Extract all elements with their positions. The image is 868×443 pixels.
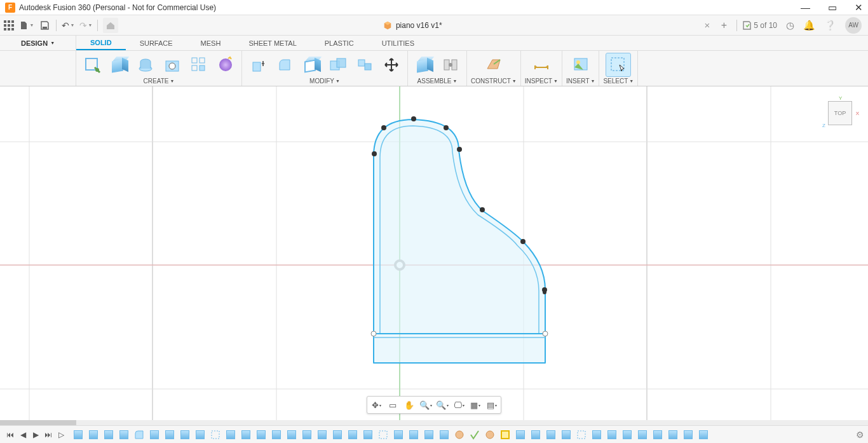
- close-tab-button[interactable]: ×: [705, 20, 710, 31]
- help-icon[interactable]: ❔: [824, 20, 836, 31]
- view-cube[interactable]: TOP Y X Z: [821, 94, 859, 132]
- svg-rect-0: [4, 20, 6, 23]
- select-tool[interactable]: [606, 53, 630, 76]
- ribbon-tab-solid[interactable]: SOLID: [76, 36, 126, 50]
- revolve-tool[interactable]: [133, 53, 158, 76]
- ribbon-tab-sheet-metal[interactable]: SHEET METAL: [234, 36, 310, 50]
- combine-tool[interactable]: [326, 53, 350, 76]
- save-button[interactable]: [36, 17, 53, 34]
- pattern-tool[interactable]: [187, 53, 211, 76]
- svg-rect-26: [452, 60, 457, 70]
- new-tab-button[interactable]: +: [716, 18, 731, 33]
- sketch-piano-keys-rect[interactable]: [374, 334, 545, 363]
- ribbon-tab-utilities[interactable]: UTILITIES: [368, 36, 428, 50]
- undo-button[interactable]: ↶▼: [59, 17, 77, 34]
- timeline-prev-button[interactable]: ◀: [17, 428, 29, 441]
- data-panel-button[interactable]: [0, 17, 18, 34]
- insert-decal-tool[interactable]: [569, 53, 593, 76]
- ribbon-tab-surface[interactable]: SURFACE: [126, 36, 187, 50]
- look-at-button[interactable]: ▭: [385, 398, 400, 412]
- document-cube-icon: [383, 21, 392, 30]
- svg-rect-3: [4, 24, 6, 27]
- svg-point-56: [486, 431, 494, 439]
- file-menu-button[interactable]: ▼: [18, 17, 36, 34]
- ribbon-group-label-create[interactable]: CREATE▼: [144, 78, 175, 85]
- ribbon-group-create: CREATE▼: [76, 51, 242, 86]
- svg-point-42: [411, 116, 416, 121]
- timeline-end-button[interactable]: ⏭: [42, 428, 55, 441]
- viewport-layout-button[interactable]: ▤▾: [484, 398, 499, 412]
- recovery-save-count: 5 of 10: [754, 21, 777, 30]
- fit-button[interactable]: 🔍▾: [435, 398, 450, 412]
- ribbon-group-label-insert[interactable]: INSERT▼: [566, 78, 595, 85]
- extrude-tool[interactable]: [107, 53, 131, 76]
- ribbon-group-label-assemble[interactable]: ASSEMBLE▼: [417, 78, 458, 85]
- ribbon-group-label-construct[interactable]: CONSTRUCT▼: [471, 78, 517, 85]
- svg-point-51: [371, 331, 376, 336]
- ribbon-group-label-select[interactable]: SELECT▼: [603, 78, 634, 85]
- notifications-icon[interactable]: 🔔: [803, 20, 815, 31]
- close-button[interactable]: ✕: [855, 3, 863, 12]
- svg-rect-24: [365, 64, 371, 70]
- pan-button[interactable]: ✋: [402, 398, 417, 412]
- viewport-canvas[interactable]: TOP Y X Z: [0, 86, 868, 420]
- hole-tool[interactable]: [160, 53, 184, 76]
- ribbon-tab-mesh[interactable]: MESH: [187, 36, 235, 50]
- ribbon-group-select: SELECT▼: [599, 51, 638, 86]
- new-component-tool[interactable]: [412, 53, 436, 76]
- svg-rect-9: [43, 27, 47, 29]
- ribbon-group-construct: CONSTRUCT▼: [467, 51, 521, 86]
- document-tab[interactable]: piano v16 v1*: [374, 17, 451, 34]
- orbit-button[interactable]: ✥▾: [369, 398, 384, 412]
- timeline-next-button[interactable]: ▶: [29, 428, 42, 441]
- ribbon-group-assemble: ASSEMBLE▼: [408, 51, 467, 86]
- svg-rect-6: [4, 28, 6, 31]
- minimize-button[interactable]: —: [801, 3, 810, 12]
- maximize-button[interactable]: ▭: [828, 3, 837, 12]
- ribbon-group-insert: INSERT▼: [562, 51, 599, 86]
- svg-rect-5: [11, 24, 14, 27]
- ribbon-group-label-modify[interactable]: MODIFY▼: [309, 78, 340, 85]
- shell-tool[interactable]: [299, 53, 323, 76]
- svg-point-45: [372, 151, 377, 156]
- svg-point-11: [95, 68, 99, 72]
- create-form-tool[interactable]: [214, 53, 238, 76]
- svg-point-19: [219, 58, 232, 71]
- construct-plane-tool[interactable]: [482, 53, 506, 76]
- timeline-start-button[interactable]: ⏮: [4, 428, 17, 441]
- browser-scrollbar[interactable]: [0, 420, 868, 425]
- align-tool[interactable]: [353, 53, 377, 76]
- title-bar: F Autodesk Fusion 360 (Personal - Not fo…: [0, 0, 868, 15]
- job-status-icon[interactable]: ◷: [786, 20, 794, 31]
- svg-rect-53: [212, 431, 219, 439]
- app-icon: F: [5, 3, 15, 13]
- grid-settings-button[interactable]: ▦▾: [468, 398, 483, 412]
- create-sketch-tool[interactable]: [80, 53, 104, 76]
- svg-rect-57: [578, 431, 585, 439]
- home-button[interactable]: [103, 18, 118, 33]
- joint-tool[interactable]: [438, 53, 463, 76]
- timeline-settings-button[interactable]: ⚙: [856, 430, 864, 440]
- timeline-play-button[interactable]: ▷: [55, 428, 67, 441]
- svg-point-44: [444, 125, 449, 130]
- document-tab-label: piano v16 v1*: [396, 21, 442, 30]
- recovery-save-indicator[interactable]: 5 of 10: [742, 21, 777, 30]
- quick-access-bar: ▼ ↶▼ ↷▼ piano v16 v1* × + 5 of 10 ◷ 🔔 ❔ …: [0, 15, 868, 36]
- ribbon-group-label-inspect[interactable]: INSPECT▼: [525, 78, 558, 85]
- move-tool[interactable]: [379, 53, 403, 76]
- svg-rect-8: [11, 28, 14, 31]
- timeline-history[interactable]: [71, 428, 856, 442]
- svg-rect-23: [358, 60, 365, 66]
- press-pull-tool[interactable]: [246, 53, 270, 76]
- user-avatar[interactable]: AW: [845, 17, 862, 34]
- workspace-switcher[interactable]: DESIGN▼: [0, 36, 76, 50]
- timeline-current-step[interactable]: [498, 428, 512, 442]
- measure-tool[interactable]: [529, 53, 553, 76]
- navigation-bar: ✥▾ ▭ ✋ 🔍▾ 🔍▾ 🖵▾ ▦▾ ▤▾: [367, 396, 501, 414]
- fillet-tool[interactable]: [273, 53, 297, 76]
- timeline-bar: ⏮ ◀ ▶ ⏭ ▷ ⚙: [0, 425, 868, 443]
- zoom-button[interactable]: 🔍▾: [418, 398, 433, 412]
- ribbon-tab-plastic[interactable]: PLASTIC: [311, 36, 368, 50]
- redo-button[interactable]: ↷▼: [77, 17, 95, 34]
- display-settings-button[interactable]: 🖵▾: [451, 398, 466, 412]
